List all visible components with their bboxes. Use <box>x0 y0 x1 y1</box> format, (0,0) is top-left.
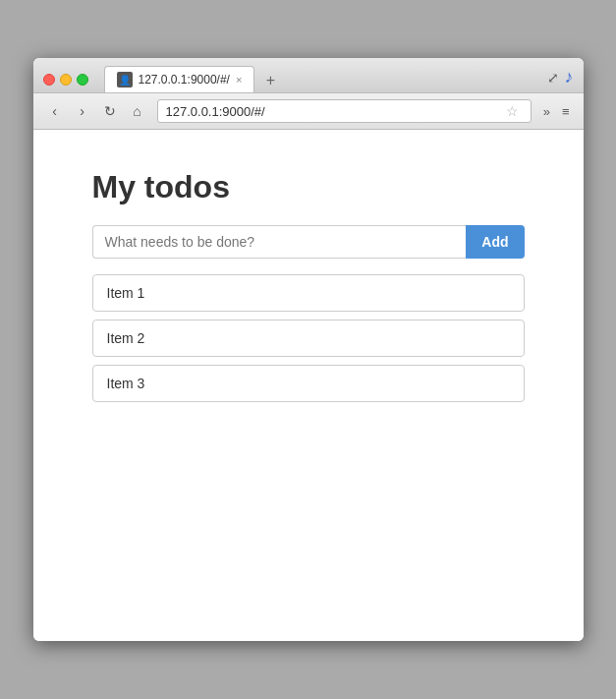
bookmark-star-icon[interactable]: ☆ <box>502 103 523 119</box>
address-bar[interactable]: ☆ <box>157 99 532 123</box>
title-bar: 👤 127.0.0.1:9000/#/ × + ⤢ ♪ <box>33 58 584 93</box>
forward-button[interactable]: › <box>71 99 94 123</box>
tab-favicon-icon: 👤 <box>117 72 133 87</box>
page-title: My todos <box>92 169 525 205</box>
todo-input[interactable] <box>92 225 467 259</box>
new-tab-button[interactable]: + <box>258 69 282 92</box>
back-button[interactable]: ‹ <box>43 99 67 123</box>
active-tab[interactable]: 👤 127.0.0.1:9000/#/ × <box>104 66 255 92</box>
window-resize-icon[interactable]: ⤢ <box>547 70 559 86</box>
extensions-icon[interactable]: » <box>539 102 554 121</box>
close-button[interactable] <box>43 74 55 86</box>
list-item: Item 1 <box>92 274 525 312</box>
reload-button[interactable]: ↻ <box>98 99 122 123</box>
toolbar-extras: » ≡ <box>539 102 574 121</box>
list-item: Item 3 <box>92 365 525 402</box>
music-icon: ♪ <box>565 67 574 87</box>
add-button[interactable]: Add <box>466 225 524 259</box>
toolbar: ‹ › ↻ ⌂ ☆ » ≡ <box>33 93 584 130</box>
browser-window: 👤 127.0.0.1:9000/#/ × + ⤢ ♪ ‹ › ↻ ⌂ ☆ » … <box>33 58 584 641</box>
tab-close-icon[interactable]: × <box>236 74 242 86</box>
page-content: My todos Add Item 1Item 2Item 3 <box>33 130 584 641</box>
todo-list: Item 1Item 2Item 3 <box>92 274 525 402</box>
list-item: Item 2 <box>92 320 525 357</box>
home-button[interactable]: ⌂ <box>126 99 149 123</box>
address-input[interactable] <box>166 104 502 119</box>
menu-icon[interactable]: ≡ <box>558 102 574 121</box>
minimize-button[interactable] <box>60 74 72 86</box>
tab-area: 👤 127.0.0.1:9000/#/ × + <box>104 66 539 92</box>
traffic-lights <box>43 74 88 86</box>
tab-label: 127.0.0.1:9000/#/ <box>139 73 230 87</box>
add-todo-row: Add <box>92 225 525 259</box>
maximize-button[interactable] <box>77 74 88 86</box>
